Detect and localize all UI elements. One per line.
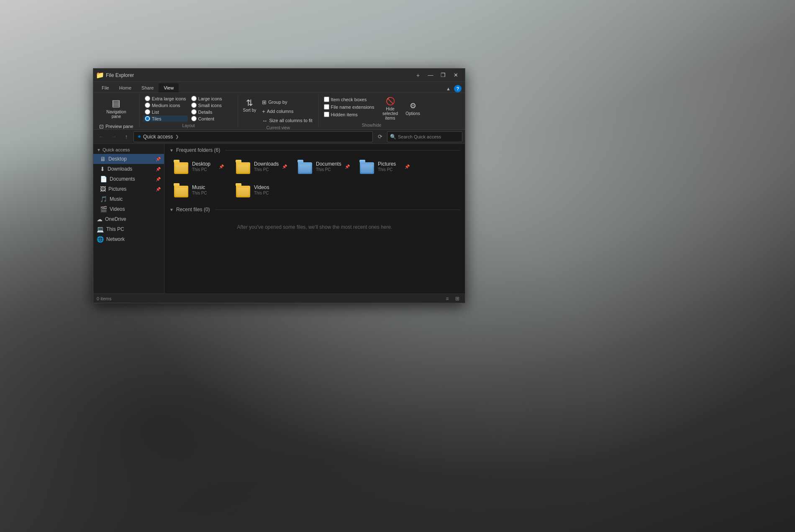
titlebar: 📁 File Explorer + — ❒ ✕: [93, 69, 465, 82]
ribbon-currentview-section: ⇅ Sort by ⊞ Group by + Add columns ↔ Siz…: [238, 95, 319, 128]
folder-pin: 📌: [219, 164, 224, 169]
window-title: File Explorer: [106, 72, 413, 78]
folder-documents[interactable]: Documents This PC 📌: [293, 156, 352, 176]
restore-button[interactable]: ❒: [437, 69, 449, 81]
show-hide-label: Show/hide: [362, 122, 382, 128]
ribbon-tabs: File Home Share View ▲ ?: [93, 82, 465, 93]
folder-downloads[interactable]: Downloads This PC 📌: [231, 156, 290, 176]
folder-icon-music: [174, 182, 189, 197]
layout-list[interactable]: List: [143, 109, 188, 115]
quick-access-header[interactable]: ▼ Quick access: [93, 146, 164, 154]
layout-details[interactable]: Details: [190, 109, 234, 115]
tab-share[interactable]: Share: [136, 83, 159, 92]
network-icon: 🌐: [97, 236, 104, 243]
documents-icon: 📄: [100, 176, 107, 182]
folder-desktop[interactable]: Desktop This PC 📌: [169, 156, 228, 176]
folder-icon-videos: [236, 182, 251, 197]
layout-content[interactable]: Content: [190, 115, 234, 122]
folder-icon-documents: [297, 159, 313, 174]
add-columns-button[interactable]: + Add columns: [259, 107, 315, 115]
folder-pin: 📌: [282, 164, 287, 169]
size-columns-button[interactable]: ↔ Size all columns to fit: [259, 116, 315, 125]
minimize-button[interactable]: —: [425, 69, 436, 81]
ribbon-layout-section: Extra large icons Large icons Medium ico…: [140, 95, 238, 128]
section-divider: [215, 210, 460, 210]
item-checkboxes-toggle[interactable]: Item check boxes: [322, 96, 376, 102]
recent-files-section: ▼ Recent files (0) After you've opened s…: [169, 207, 460, 238]
pin-icon: 📌: [156, 177, 161, 182]
frequent-folders-header: ▼ Frequent folders (6): [169, 147, 460, 153]
sidebar-item-videos[interactable]: 🎬 Videos: [93, 204, 164, 214]
pin-icon: 📌: [156, 167, 161, 171]
address-bar[interactable]: ★ Quick access ❯: [133, 131, 373, 142]
pin-icon: 📌: [156, 187, 161, 192]
collapse-ribbon-button[interactable]: ▲: [444, 85, 452, 92]
recent-files-title: Recent files (0): [176, 207, 210, 212]
folder-icon-pictures: [359, 159, 374, 174]
section-divider: [225, 150, 460, 151]
layout-small[interactable]: Small icons: [190, 102, 234, 108]
recent-files-header: ▼ Recent files (0): [169, 207, 460, 212]
pin-icon: 📌: [156, 157, 161, 161]
file-extensions-toggle[interactable]: File name extensions: [322, 104, 376, 110]
sidebar-item-onedrive[interactable]: ☁ OneDrive: [93, 214, 164, 224]
quick-access-label: Quick access: [103, 147, 130, 152]
desktop-icon: 🖥: [100, 156, 106, 162]
ribbon-collapse: ▲ ?: [444, 85, 462, 92]
group-by-button[interactable]: ⊞ Group by: [259, 98, 315, 106]
folder-pictures[interactable]: Pictures This PC 📌: [355, 156, 414, 176]
layout-tiles[interactable]: Tiles: [143, 115, 188, 122]
downloads-icon: ⬇: [100, 166, 105, 172]
tab-file[interactable]: File: [97, 83, 114, 92]
sidebar-item-pictures[interactable]: 🖼 Pictures 📌: [93, 184, 164, 194]
refresh-button[interactable]: ⟳: [374, 131, 385, 142]
file-area: ▼ Frequent folders (6) Desktop This PC: [164, 144, 465, 294]
preview-pane-button[interactable]: ⊡ Preview pane: [97, 122, 136, 130]
breadcrumb-arrow: ❯: [175, 134, 179, 139]
sidebar-item-network[interactable]: 🌐 Network: [93, 234, 164, 244]
ribbon-content: ▤ Navigation pane ⊡ Preview pane ☰ Detai…: [93, 93, 465, 130]
layout-large[interactable]: Large icons: [190, 95, 234, 102]
view-grid-button[interactable]: ⊞: [453, 295, 462, 302]
folder-music[interactable]: Music This PC: [169, 180, 228, 200]
main-content: ▼ Quick access 🖥 Desktop 📌 ⬇ Downloads 📌…: [93, 144, 465, 294]
sidebar-item-music[interactable]: 🎵 Music: [93, 194, 164, 204]
view-list-button[interactable]: ≡: [443, 295, 451, 302]
folder-icon-desktop: [174, 159, 189, 174]
sidebar-item-documents[interactable]: 📄 Documents 📌: [93, 174, 164, 184]
folder-pin: 📌: [345, 164, 350, 169]
close-button[interactable]: ✕: [450, 69, 462, 81]
onedrive-icon: ☁: [97, 216, 103, 223]
tab-view[interactable]: View: [159, 83, 179, 92]
folders-grid: Desktop This PC 📌 Downloads This PC: [169, 156, 460, 200]
new-tab-button[interactable]: +: [413, 70, 423, 80]
navigation-pane-button[interactable]: ▤ Navigation pane: [105, 96, 128, 120]
back-button[interactable]: ←: [96, 131, 107, 142]
frequent-folders-title: Frequent folders (6): [176, 147, 220, 153]
tab-home[interactable]: Home: [114, 83, 136, 92]
search-placeholder: Search Quick access: [398, 134, 441, 139]
help-button[interactable]: ?: [454, 85, 462, 92]
thispc-icon: 💻: [97, 226, 104, 233]
address-text: Quick access: [143, 134, 173, 140]
layout-extralarge[interactable]: Extra large icons: [143, 95, 188, 102]
sidebar-item-thispc[interactable]: 💻 This PC: [93, 224, 164, 234]
up-button[interactable]: ↑: [121, 131, 132, 142]
forward-button[interactable]: →: [108, 131, 119, 142]
sidebar-item-downloads[interactable]: ⬇ Downloads 📌: [93, 164, 164, 174]
layout-medium[interactable]: Medium icons: [143, 102, 188, 108]
app-icon: 📁: [97, 72, 103, 79]
folder-pin: 📌: [405, 164, 410, 169]
sidebar: ▼ Quick access 🖥 Desktop 📌 ⬇ Downloads 📌…: [93, 144, 164, 294]
sidebar-item-desktop[interactable]: 🖥 Desktop 📌: [93, 154, 164, 164]
pictures-icon: 🖼: [100, 186, 106, 192]
options-button[interactable]: ⚙ Options: [405, 96, 421, 120]
nav-pane-icon: ▤: [112, 98, 121, 109]
search-bar[interactable]: 🔍 Search Quick access: [387, 131, 462, 142]
layout-label: Layout: [182, 123, 195, 128]
recent-empty-message: After you've opened some files, we'll sh…: [169, 216, 460, 238]
hide-selected-button[interactable]: 🚫 Hide selected items: [380, 96, 401, 120]
sort-by-button[interactable]: ⇅ Sort by: [241, 96, 258, 114]
folder-videos[interactable]: Videos This PC: [231, 180, 290, 200]
hidden-items-toggle[interactable]: Hidden items: [322, 111, 376, 118]
